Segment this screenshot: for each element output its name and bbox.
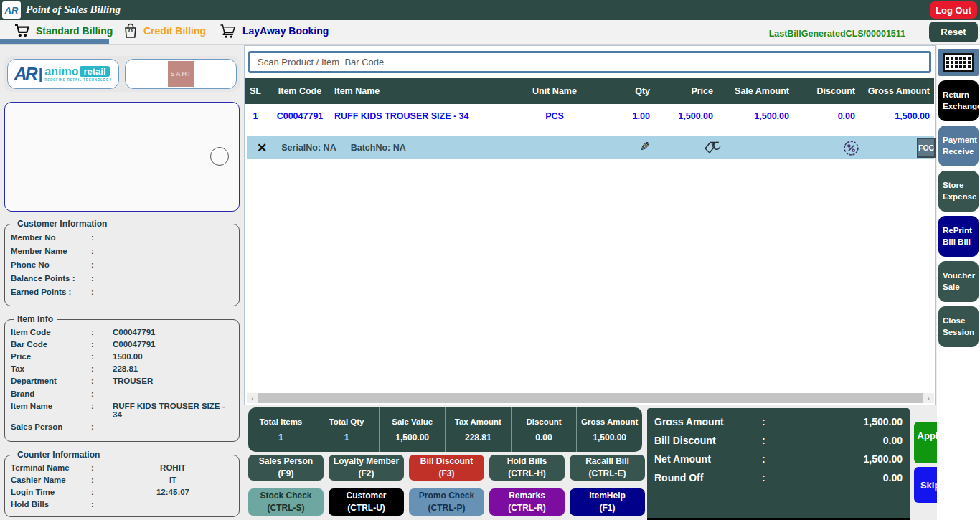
col-item-name: Item Name bbox=[334, 86, 505, 96]
title-bar: AR Point of Sales Billing Log Out bbox=[0, 0, 980, 20]
tab-label: LayAway Booking bbox=[242, 25, 329, 37]
partner-logo-card: SAHI bbox=[125, 59, 237, 89]
info-row-login-time: Login Time : 12:45:07 bbox=[11, 486, 233, 498]
discount-cell: Discount 0.00 bbox=[512, 407, 578, 452]
cart-outline-icon bbox=[220, 24, 237, 39]
shopping-bag-icon bbox=[123, 23, 138, 39]
virtual-keyboard-button[interactable] bbox=[938, 49, 979, 76]
sahi-logo: SAHI bbox=[168, 61, 194, 87]
info-row-price: Price : 1500.00 bbox=[11, 350, 233, 362]
promo-check-button[interactable]: Promo Check (CTRL-P) bbox=[409, 488, 484, 516]
col-sl: SL bbox=[245, 86, 265, 96]
tab-credit-billing[interactable]: Credit Billing bbox=[123, 22, 206, 40]
customer-display-area bbox=[4, 102, 240, 212]
horizontal-scrollbar[interactable]: ‹ › bbox=[247, 393, 934, 403]
return-exchange-button[interactable]: Return Exchange bbox=[938, 80, 979, 121]
sales-person-button[interactable]: Sales Person (F9) bbox=[248, 455, 324, 481]
tab-standard-billing[interactable]: Standard Billing bbox=[14, 22, 113, 40]
hold-bills-button[interactable]: Hold Bills (CTRL-H) bbox=[489, 455, 565, 481]
remarks-button[interactable]: Remarks (CTRL-R) bbox=[489, 488, 565, 516]
loyalty-member-button[interactable]: Loyalty Member (F2) bbox=[329, 455, 404, 481]
logo-strip: AR | animo retail REDEFINE RETAIL TECHNO… bbox=[4, 56, 240, 92]
recall-bill-button[interactable]: Racalll Bill (CTRL-E) bbox=[570, 455, 645, 481]
left-panel: AR | animo retail REDEFINE RETAIL TECHNO… bbox=[4, 47, 240, 518]
close-session-button[interactable]: Close Session bbox=[938, 306, 979, 347]
item-info-legend: Item Info bbox=[14, 314, 57, 324]
info-row-department: Department : TROUSER bbox=[11, 375, 233, 387]
item-info-section: Item Info Item Code : C00047791 Bar Code… bbox=[4, 314, 240, 442]
info-row-earned-points: Earned Points : : bbox=[11, 285, 233, 298]
sale-value-cell: Sale Value 1,500.00 bbox=[380, 407, 446, 452]
stock-check-button[interactable]: Stock Check (CTRL-S) bbox=[248, 488, 324, 516]
app-logo: AR bbox=[2, 1, 21, 19]
foc-button[interactable]: FOC bbox=[917, 138, 936, 158]
tab-layaway-booking[interactable]: LayAway Booking bbox=[220, 22, 329, 40]
remove-item-icon[interactable]: ✕ bbox=[257, 141, 267, 156]
brand-retail-text: retail bbox=[80, 66, 109, 77]
info-row-balance-points: Balance Points : : bbox=[11, 271, 233, 285]
cell-sale-amount: 1,500.00 bbox=[717, 111, 793, 121]
info-row-sales-person: Sales Person : bbox=[11, 420, 233, 432]
item-detail-subrow: ✕ SerialNo: NA BatchNo: NA ✎ FOC bbox=[247, 136, 934, 159]
logout-button[interactable]: Log Out bbox=[930, 1, 977, 19]
info-row-member-no: Member No : bbox=[11, 230, 233, 244]
active-tab-underline bbox=[0, 39, 109, 44]
serial-no-text: SerialNo: NA bbox=[281, 143, 336, 153]
function-buttons-row-1: Sales Person (F9) Loyalty Member (F2) Bi… bbox=[248, 455, 645, 481]
summary-net-amount: Net Amount : 1,500.00 bbox=[647, 450, 910, 468]
scrollbar-thumb[interactable] bbox=[258, 393, 923, 403]
scan-barcode-input[interactable] bbox=[250, 53, 929, 71]
col-qty: Qty bbox=[604, 86, 654, 96]
reprint-bill-button[interactable]: RePrint Bill Bill bbox=[938, 216, 979, 257]
scroll-right-arrow-icon[interactable]: › bbox=[923, 393, 934, 403]
totals-strip: Total Items 1 Total Qty 1 Sale Value 1,5… bbox=[248, 407, 642, 452]
payment-receive-button[interactable]: Payment Receive bbox=[938, 126, 979, 166]
tab-bar: Standard Billing Credit Billing LayAway … bbox=[0, 20, 980, 45]
bill-summary-panel: Gross Amount : 1,500.00 Bill Discount : … bbox=[647, 408, 910, 518]
item-help-button[interactable]: ItemHelp (F1) bbox=[570, 488, 645, 516]
cell-unit-name: PCS bbox=[505, 111, 604, 121]
function-buttons-row-2: Stock Check (CTRL-S) Customer (CTRL-U) P… bbox=[248, 488, 645, 516]
col-sale-amount: Sale Amount bbox=[717, 86, 793, 96]
price-tag-refresh-icon[interactable] bbox=[703, 139, 723, 156]
billing-grid-panel: SL Item Code Item Name Unit Name Qty Pri… bbox=[244, 45, 936, 405]
reset-button[interactable]: Reset bbox=[929, 22, 978, 42]
sahi-logo-text: SAHI bbox=[170, 70, 191, 77]
info-row-item-code: Item Code : C00047791 bbox=[11, 326, 233, 338]
info-row-hold-bills: Hold Bills : bbox=[11, 498, 233, 511]
brand-animo-text: animo bbox=[44, 66, 78, 77]
cart-icon bbox=[14, 24, 30, 38]
cell-gross-amount: 1,500.00 bbox=[859, 111, 934, 121]
cell-item-name: RUFF KIDS TROUSER SIZE - 34 bbox=[334, 111, 505, 121]
customer-button[interactable]: Customer (CTRL-U) bbox=[329, 488, 404, 516]
col-unit-name: Unit Name bbox=[505, 86, 604, 96]
table-row[interactable]: 1 C00047791 RUFF KIDS TROUSER SIZE - 34 … bbox=[245, 106, 934, 126]
store-expense-button[interactable]: Store Expense bbox=[938, 171, 979, 212]
brand-divider: | bbox=[39, 66, 43, 82]
items-table-header: SL Item Code Item Name Unit Name Qty Pri… bbox=[245, 78, 934, 104]
customer-information-legend: Customer Information bbox=[14, 219, 110, 229]
brand-ar-mark: AR bbox=[14, 64, 37, 84]
keyboard-icon bbox=[943, 53, 974, 72]
total-qty-cell: Total Qty 1 bbox=[314, 407, 380, 452]
info-row-tax: Tax : 228.81 bbox=[11, 363, 233, 375]
discount-percent-badge-icon[interactable] bbox=[842, 139, 860, 157]
bill-discount-button[interactable]: Bill Discount (F3) bbox=[409, 455, 484, 481]
info-row-brand: Brand : bbox=[11, 387, 233, 400]
circle-placeholder-icon bbox=[210, 147, 229, 166]
summary-gross-amount: Gross Amount : 1,500.00 bbox=[647, 412, 910, 430]
voucher-sale-button[interactable]: Voucher Sale bbox=[938, 261, 979, 302]
summary-round-off: Round Off : 0.00 bbox=[647, 468, 910, 486]
cell-sl: 1 bbox=[245, 111, 265, 121]
tab-label: Credit Billing bbox=[143, 25, 206, 37]
cell-item-code: C00047791 bbox=[265, 111, 334, 121]
counter-information-section: Counter Information Terminal Name : ROHI… bbox=[4, 450, 240, 517]
batch-no-text: BatchNo: NA bbox=[351, 143, 406, 153]
scroll-left-arrow-icon[interactable]: ‹ bbox=[247, 393, 258, 403]
info-row-phone-no: Phone No : bbox=[11, 257, 233, 271]
cell-price: 1,500.00 bbox=[654, 111, 717, 121]
summary-bill-discount: Bill Discount : 0.00 bbox=[647, 431, 910, 449]
edit-pencil-icon[interactable]: ✎ bbox=[640, 139, 650, 154]
page-title: Point of Sales Billing bbox=[26, 4, 121, 16]
right-action-rail: Return Exchange Payment Receive Store Ex… bbox=[937, 45, 980, 520]
